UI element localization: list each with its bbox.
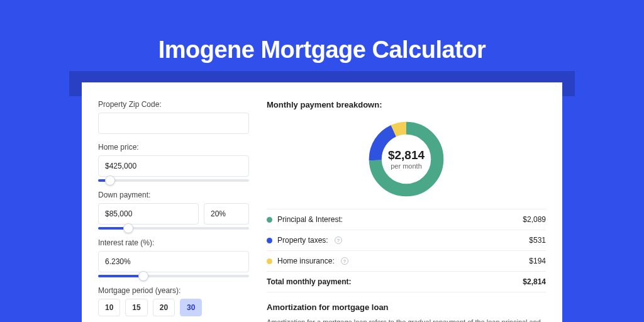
legend-value: $194 [529,257,546,265]
payment-donut-chart: $2,814 per month [365,118,447,200]
amortization-title: Amortization for mortgage loan [267,303,546,312]
legend-dot [267,258,272,264]
amortization-section: Amortization for mortgage loan Amortizat… [267,303,546,322]
breakdown-title: Monthly payment breakdown: [267,100,546,109]
legend-value: $531 [529,236,546,245]
breakdown-panel: Monthly payment breakdown: $2,814 per mo… [267,100,546,322]
info-icon[interactable]: ? [341,257,348,265]
down-payment-input[interactable] [98,203,199,225]
period-label: Mortgage period (years): [98,286,249,295]
legend-label: Home insurance: [277,257,335,265]
legend-row: Property taxes:?$531 [267,230,546,251]
legend-dot [267,217,272,223]
period-option-15[interactable]: 15 [125,299,147,316]
zip-label: Property Zip Code: [98,100,249,109]
legend-label: Principal & Interest: [277,215,343,224]
home-price-label: Home price: [98,143,249,152]
legend-dot [267,238,272,243]
home-price-slider[interactable] [98,179,249,182]
slider-thumb[interactable] [138,271,148,281]
slider-thumb[interactable] [105,175,115,186]
amortization-text: Amortization for a mortgage loan refers … [267,317,546,322]
down-payment-slider[interactable] [98,227,249,230]
legend-value: $2,089 [523,215,546,224]
down-payment-field: Down payment: [98,191,249,230]
legend-total-row: Total monthly payment:$2,814 [267,272,546,292]
period-field: Mortgage period (years): 10152030 [98,286,249,316]
down-payment-label: Down payment: [98,191,249,199]
legend-label: Property taxes: [277,236,328,245]
period-options: 10152030 [98,299,249,316]
page-title: Imogene Mortgage Calculator [0,36,644,64]
zip-input[interactable] [98,113,249,134]
calculator-card: Property Zip Code: Home price: Down paym… [82,82,562,322]
donut-sub: per month [391,162,422,170]
period-option-20[interactable]: 20 [153,299,175,316]
home-price-field: Home price: [98,143,249,182]
interest-rate-field: Interest rate (%): [98,238,249,277]
interest-rate-slider[interactable] [98,275,249,277]
form-panel: Property Zip Code: Home price: Down paym… [98,100,249,322]
info-icon[interactable]: ? [335,236,342,244]
zip-field: Property Zip Code: [98,100,249,134]
legend-row: Principal & Interest:$2,089 [267,209,546,230]
legend: Principal & Interest:$2,089Property taxe… [267,209,546,292]
down-payment-pct-input[interactable] [204,203,249,225]
slider-thumb[interactable] [123,223,133,233]
donut-total: $2,814 [388,148,425,162]
interest-rate-label: Interest rate (%): [98,238,249,247]
legend-row: Home insurance:?$194 [267,251,546,272]
home-price-input[interactable] [98,155,249,177]
legend-total-label: Total monthly payment: [267,277,351,286]
interest-rate-input[interactable] [98,251,249,272]
legend-total-value: $2,814 [523,277,546,286]
period-option-10[interactable]: 10 [98,299,120,316]
period-option-30[interactable]: 30 [180,299,202,316]
